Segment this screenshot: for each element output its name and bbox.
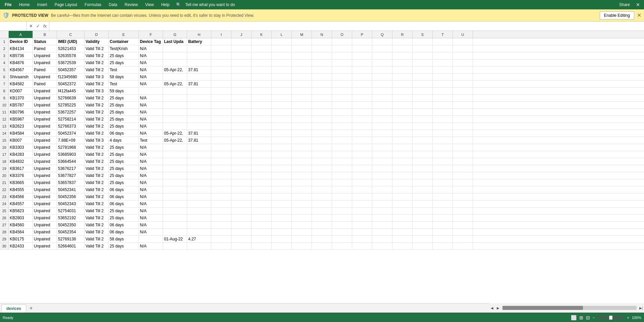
cell-Q14[interactable]	[372, 130, 392, 137]
cell-J3[interactable]	[231, 52, 252, 59]
cell-G15[interactable]: 05-Apr-22,	[163, 137, 187, 144]
cell-B4[interactable]: Unpaired	[33, 59, 57, 66]
cell-D11[interactable]: Valid Till 2	[85, 109, 109, 116]
cell-Q29[interactable]	[372, 236, 392, 242]
cell-E24[interactable]: 06 days	[109, 200, 139, 207]
cell-U18[interactable]	[453, 158, 473, 165]
cell-U20[interactable]	[453, 172, 473, 179]
cell-S4[interactable]	[413, 59, 433, 66]
cell-E17[interactable]: 25 days	[109, 151, 139, 158]
cell-N20[interactable]	[312, 172, 332, 179]
cell-O22[interactable]	[332, 186, 352, 193]
col-header-u[interactable]: U	[453, 31, 473, 38]
cell-Q5[interactable]	[372, 66, 392, 73]
cell-Q12[interactable]	[372, 116, 392, 123]
cell-P30[interactable]	[352, 243, 372, 249]
cell-G9[interactable]	[163, 95, 187, 101]
cell-F18[interactable]: N/A	[139, 158, 163, 165]
cell-U25[interactable]	[453, 208, 473, 214]
cell-D29[interactable]: Valid Till 2	[85, 236, 109, 242]
cell-P26[interactable]	[352, 215, 372, 221]
cell-L29[interactable]	[272, 236, 292, 242]
cell-H26[interactable]	[187, 215, 211, 221]
cell-I16[interactable]	[211, 144, 231, 151]
cell-S20[interactable]	[413, 172, 433, 179]
cell-N3[interactable]	[312, 52, 332, 59]
cell-reference-input[interactable]: A1	[0, 21, 27, 31]
cell-J7[interactable]	[231, 81, 252, 87]
cell-I3[interactable]	[211, 52, 231, 59]
cell-B1[interactable]: Status	[33, 38, 57, 45]
scroll-end-btn[interactable]: ▶|	[638, 305, 644, 311]
cell-M25[interactable]	[292, 208, 312, 214]
cell-L17[interactable]	[272, 151, 292, 158]
menu-item-formulas[interactable]: Formulas	[81, 1, 105, 8]
cell-S9[interactable]	[413, 95, 433, 101]
cell-D6[interactable]: Valid Till 3	[85, 74, 109, 80]
cell-O24[interactable]	[332, 200, 352, 207]
cell-O10[interactable]	[332, 102, 352, 108]
cell-N26[interactable]	[312, 215, 332, 221]
cell-L26[interactable]	[272, 215, 292, 221]
cell-G5[interactable]: 05-Apr-22,	[163, 66, 187, 73]
cell-M29[interactable]	[292, 236, 312, 242]
cell-E25[interactable]: 25 days	[109, 208, 139, 214]
cell-S8[interactable]	[413, 88, 433, 94]
cell-H10[interactable]	[187, 102, 211, 108]
cell-R1[interactable]	[392, 38, 413, 45]
cell-M7[interactable]	[292, 81, 312, 87]
cell-D24[interactable]: Valid Till 2	[85, 200, 109, 207]
cell-P14[interactable]	[352, 130, 372, 137]
cell-E19[interactable]: 25 days	[109, 165, 139, 172]
cell-D9[interactable]: Valid Till 2	[85, 95, 109, 101]
cell-L4[interactable]	[272, 59, 292, 66]
cell-U22[interactable]	[453, 186, 473, 193]
cell-U15[interactable]	[453, 137, 473, 144]
cell-L15[interactable]	[272, 137, 292, 144]
cell-E11[interactable]: 25 days	[109, 109, 139, 116]
cell-N24[interactable]	[312, 200, 332, 207]
cell-U4[interactable]	[453, 59, 473, 66]
cell-O6[interactable]	[332, 74, 352, 80]
cell-H16[interactable]	[187, 144, 211, 151]
cell-S15[interactable]	[413, 137, 433, 144]
cell-M5[interactable]	[292, 66, 312, 73]
cell-I4[interactable]	[211, 59, 231, 66]
cell-R25[interactable]	[392, 208, 413, 214]
cell-N11[interactable]	[312, 109, 332, 116]
col-header-i[interactable]: I	[211, 31, 231, 38]
cell-C11[interactable]: 53672257	[57, 109, 85, 116]
cell-P22[interactable]	[352, 186, 372, 193]
cell-J2[interactable]	[231, 45, 252, 52]
cell-G19[interactable]	[163, 165, 187, 172]
cell-K16[interactable]	[252, 144, 272, 151]
cell-C18[interactable]: 53664544	[57, 158, 85, 165]
cell-Q7[interactable]	[372, 81, 392, 87]
col-header-q[interactable]: Q	[372, 31, 392, 38]
cell-H28[interactable]	[187, 229, 211, 235]
cell-R26[interactable]	[392, 215, 413, 221]
cell-E13[interactable]: 25 days	[109, 123, 139, 130]
cell-J21[interactable]	[231, 179, 252, 186]
cell-L8[interactable]	[272, 88, 292, 94]
cell-S21[interactable]	[413, 179, 433, 186]
zoom-in-btn[interactable]: +	[627, 316, 629, 320]
cell-C15[interactable]: 7.88E+09	[57, 137, 85, 144]
cell-C19[interactable]: 53676217	[57, 165, 85, 172]
cell-T13[interactable]	[433, 123, 453, 130]
cell-D25[interactable]: Valid Till 2	[85, 208, 109, 214]
cell-U13[interactable]	[453, 123, 473, 130]
cell-D22[interactable]: Valid Till 2	[85, 186, 109, 193]
cell-O23[interactable]	[332, 193, 352, 200]
cell-Q6[interactable]	[372, 74, 392, 80]
cell-A9[interactable]: KB1370	[9, 95, 33, 101]
cell-T10[interactable]	[433, 102, 453, 108]
cell-M18[interactable]	[292, 158, 312, 165]
cell-I1[interactable]	[211, 38, 231, 45]
cell-O25[interactable]	[332, 208, 352, 214]
cell-T21[interactable]	[433, 179, 453, 186]
cell-C7[interactable]: 50452372	[57, 81, 85, 87]
cell-H8[interactable]	[187, 88, 211, 94]
cell-U2[interactable]	[453, 45, 473, 52]
cell-A18[interactable]: KB4832	[9, 158, 33, 165]
